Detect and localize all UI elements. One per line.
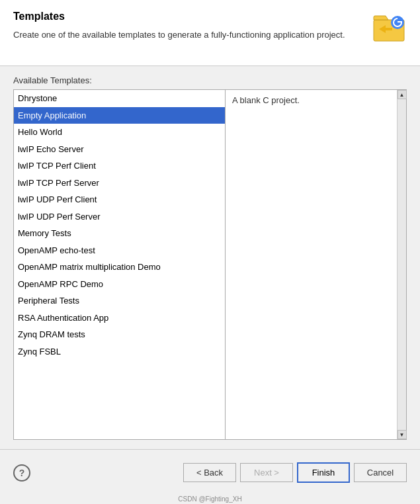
watermark: CSDN @Fighting_XH [0,495,420,504]
header-text-area: Templates Create one of the available te… [13,11,362,41]
template-item[interactable]: lwIP UDP Perf Server [14,208,225,226]
template-item[interactable]: lwIP TCP Perf Server [14,175,225,192]
scroll-track [398,99,406,430]
template-list[interactable]: DhrystoneEmpty ApplicationHello WorldlwI… [14,90,226,439]
cancel-button[interactable]: Cancel [354,463,407,482]
template-item[interactable]: Dhrystone [14,90,225,107]
description-text: A blank C project. [232,95,300,105]
template-item[interactable]: Zynq FSBL [14,343,225,360]
template-item[interactable]: lwIP Echo Server [14,141,225,158]
footer-left: ? [13,464,30,482]
template-item[interactable]: OpenAMP echo-test [14,242,225,259]
help-button[interactable]: ? [13,464,30,482]
footer-section: ? < Back Next > Finish Cancel [0,449,420,495]
template-item[interactable]: Peripheral Tests [14,292,225,310]
header-section: Templates Create one of the available te… [0,0,420,66]
template-item[interactable]: Memory Tests [14,225,225,242]
svg-rect-2 [398,21,402,22]
template-item[interactable]: OpenAMP RPC Demo [14,276,225,293]
footer-right: < Back Next > Finish Cancel [183,462,407,483]
body-section: Available Templates: DhrystoneEmpty Appl… [0,66,420,449]
template-item[interactable]: lwIP TCP Perf Client [14,157,225,175]
dialog: Templates Create one of the available te… [0,0,420,504]
template-item[interactable]: Empty Application [14,107,225,124]
template-item[interactable]: RSA Authentication App [14,310,225,327]
header-description: Create one of the available templates to… [13,29,362,41]
next-button[interactable]: Next > [240,463,293,482]
template-item[interactable]: Zynq DRAM tests [14,326,225,343]
description-panel: A blank C project. ▲ ▼ [226,90,406,439]
scroll-up-arrow[interactable]: ▲ [398,90,407,99]
content-area: DhrystoneEmpty ApplicationHello WorldlwI… [13,89,407,440]
template-item[interactable]: OpenAMP matrix multiplication Demo [14,259,225,276]
available-templates-label: Available Templates: [13,75,407,85]
scroll-down-arrow[interactable]: ▼ [398,430,407,439]
folder-icon [372,11,407,45]
finish-button[interactable]: Finish [297,462,350,483]
template-item[interactable]: Hello World [14,124,225,141]
description-scrollbar[interactable]: ▲ ▼ [397,90,406,439]
page-title: Templates [13,11,362,22]
back-button[interactable]: < Back [183,463,236,482]
template-item[interactable]: lwIP UDP Perf Client [14,191,225,208]
